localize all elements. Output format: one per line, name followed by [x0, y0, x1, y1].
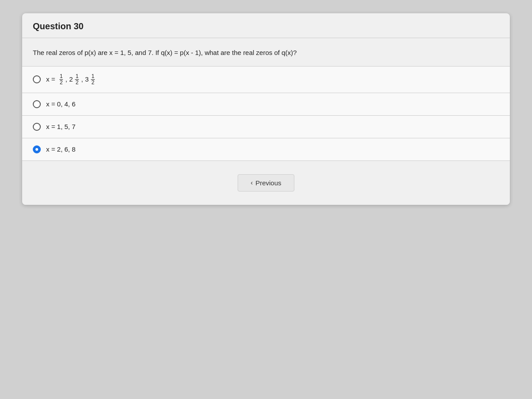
option-b[interactable]: x = 0, 4, 6 — [22, 93, 510, 116]
option-d-label: x = 2, 6, 8 — [46, 145, 75, 153]
option-c[interactable]: x = 1, 5, 7 — [22, 116, 510, 138]
radio-b[interactable] — [33, 100, 41, 108]
navigation-area: ‹ Previous — [22, 161, 510, 205]
previous-button[interactable]: ‹ Previous — [238, 174, 294, 192]
fraction-half-2: 1 2 — [75, 74, 79, 86]
option-c-label: x = 1, 5, 7 — [46, 123, 75, 130]
question-title: Question 30 — [33, 21, 83, 31]
fraction-half-3: 1 2 — [91, 74, 95, 86]
question-header: Question 30 — [22, 13, 510, 38]
radio-d[interactable] — [33, 145, 41, 153]
radio-c[interactable] — [33, 123, 41, 131]
fraction-half-1: 1 2 — [59, 74, 63, 86]
quiz-container: Question 30 The real zeros of p(x) are x… — [22, 13, 510, 205]
option-d[interactable]: x = 2, 6, 8 — [22, 138, 510, 161]
option-a[interactable]: x = 1 2 , 2 1 2 , 3 1 2 — [22, 66, 510, 93]
radio-a[interactable] — [33, 75, 41, 83]
chevron-left-icon: ‹ — [250, 179, 253, 186]
option-b-label: x = 0, 4, 6 — [46, 100, 75, 108]
question-text: The real zeros of p(x) are x = 1, 5, and… — [33, 49, 297, 56]
question-body: The real zeros of p(x) are x = 1, 5, and… — [22, 38, 510, 66]
previous-label: Previous — [255, 179, 281, 187]
option-a-label: x = 1 2 , 2 1 2 , 3 1 2 — [46, 74, 95, 86]
